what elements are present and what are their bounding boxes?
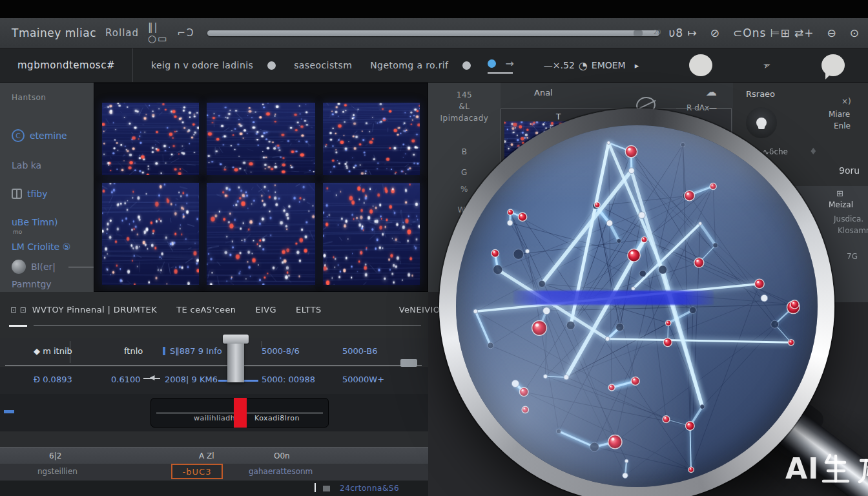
footer-strip: 24crtonna&S6: [0, 480, 428, 496]
row2-cell5: 50000W+: [342, 375, 384, 384]
tool-word[interactable]: Rollad: [105, 27, 139, 39]
slider-segment[interactable]: [634, 30, 643, 36]
sidebar-item-label: etemine: [30, 130, 67, 141]
range-slider[interactable]: wailihliadh Koxadi8lron: [150, 398, 329, 428]
magnifier-lens: [456, 125, 818, 487]
sample-tile[interactable]: [102, 183, 199, 285]
blue-stripe: [513, 291, 714, 305]
menu-bar: mgbmondtemosc# keig n v odore ladinis sa…: [0, 48, 868, 83]
stat-caption-1: ngsteillien: [37, 467, 78, 476]
panel-item-9oru[interactable]: 9oru: [839, 165, 860, 176]
sample-tile[interactable]: [207, 183, 315, 285]
long-arrow-icon: →: [505, 57, 512, 70]
check-circle-icon[interactable]: ⊙: [850, 26, 860, 39]
status-dot-blue: [488, 59, 496, 68]
sidebar-item-etemine[interactable]: C etemine: [12, 129, 67, 142]
sidebar-item-ubetimn[interactable]: uBe Timn): [12, 217, 58, 227]
image-viewer: [94, 83, 428, 292]
meta-label-2: Enle: [834, 121, 851, 130]
zoom-control[interactable]: —×.52 ◔ EMOEM: [544, 59, 626, 72]
console-icon[interactable]: ⊂Ons ⊨⊞ ⇄+: [733, 26, 814, 39]
fader-knob[interactable]: [223, 335, 249, 382]
clipboard-icons[interactable]: ‖|○▭: [148, 21, 168, 45]
footer-note: 24crtonna&S6: [340, 484, 399, 493]
tab-underline: [34, 326, 421, 326]
menu-item-3[interactable]: Ngetomg a ro.rif: [370, 60, 448, 70]
row1-cell3: S‖887 9 Info: [163, 346, 222, 356]
row2-cell1: Đ 0.0893: [34, 375, 72, 384]
footer-square-icon: [323, 486, 330, 491]
title-strip: [0, 0, 868, 18]
stat-2: A Zl: [199, 451, 214, 460]
range-bar-section: wailihliadh Koxadi8lron: [0, 394, 428, 431]
left-sidebar: Hantson C etemine Lab ka tfiby uBe Timn)…: [0, 83, 94, 292]
blue-tick: [163, 347, 165, 355]
sample-tile[interactable]: [323, 103, 420, 175]
tab-drumtek[interactable]: ⊡ ⊡ WVTOY Pinnenal | DRUMTEK: [10, 305, 157, 315]
status-dot-gray-2: [462, 61, 471, 70]
analysis-title: Anal: [534, 88, 553, 98]
range-blue-tick: [4, 410, 14, 413]
squared-dot-icons: ⊡ ⊡: [10, 305, 26, 315]
tab-eivg[interactable]: EIVG: [255, 305, 276, 315]
range-red-marker[interactable]: [234, 398, 247, 428]
timeline-slider[interactable]: 20: [207, 30, 659, 36]
sample-tile[interactable]: [323, 183, 420, 285]
row1-cell1: ◆ m itnib: [34, 346, 72, 356]
menubar-right: ➣: [689, 54, 868, 76]
footer-tick: [315, 483, 316, 492]
panel-item-klosamn[interactable]: Klosamn:: [838, 226, 868, 235]
tab-eltts[interactable]: ELTTS: [296, 305, 322, 315]
user-avatar[interactable]: [689, 54, 712, 76]
table-row: Đ 0.0893 0.6100 2008| 9 KM6 5000: 00988 …: [0, 367, 428, 394]
sidebar-item-pamntgy[interactable]: Pamntgy: [12, 279, 52, 289]
tab-te[interactable]: TE ceAS'ceen: [176, 305, 236, 315]
close-icon[interactable]: ×): [842, 97, 851, 106]
row1-cell2: ftnlo: [124, 346, 143, 356]
buc3-button[interactable]: -bUC3: [171, 464, 223, 479]
app-name[interactable]: mgbmondtemosc#: [0, 48, 133, 82]
sample-tile[interactable]: [207, 103, 315, 175]
network-visualization: [456, 125, 818, 487]
bottom-tabs: ⊡ ⊡ WVTOY Pinnenal | DRUMTEK TE ceAS'cee…: [10, 305, 498, 315]
menu-item-1[interactable]: keig n v odore ladinis: [151, 60, 253, 70]
toolbar-right-icons: υ8 ↦ ⊘ ⊂Ons ⊨⊞ ⇄+ ⊖ ⊙: [668, 26, 860, 39]
range-right-label: Koxadi8lron: [254, 414, 300, 422]
plane-icon: [143, 375, 160, 382]
go-arrow-icon[interactable]: ▸: [635, 61, 639, 70]
sidebar-item-criolite[interactable]: LM Criolite ⑤: [12, 242, 70, 252]
top-toolbar: Tmainey mliac Rollad ‖|○▭ ⌐Ɔ 20 υ8 ↦ ⊘ ⊂…: [0, 18, 868, 48]
stat-caption-3: gahaerattesonm: [249, 467, 313, 476]
sidebar-item-labka[interactable]: Lab ka: [12, 160, 41, 170]
panel-item-jusdica[interactable]: Jusdica.: [834, 214, 863, 223]
row2-cell4: 5000: 00988: [262, 375, 315, 384]
app-window: Tmainey mliac Rollad ‖|○▭ ⌐Ɔ 20 υ8 ↦ ⊘ ⊂…: [0, 0, 868, 496]
row1-cell4: 5000-8/6: [262, 346, 300, 356]
sample-tile[interactable]: [102, 103, 199, 175]
watermark-latin: AI: [785, 452, 819, 485]
boxed-plus-icon[interactable]: ⊞: [836, 189, 843, 198]
zoom-label: —×.52: [544, 60, 575, 70]
menu-item-2[interactable]: saseocistsm: [294, 60, 352, 70]
globe-icon[interactable]: ⊘: [710, 26, 720, 39]
clock-icon: ◔: [579, 59, 588, 72]
pointer-icon[interactable]: ➣: [761, 58, 773, 72]
right-panel-title: Rsraeo: [746, 89, 775, 99]
active-mode-group[interactable]: →: [488, 57, 512, 74]
sidebar-item-label: Lab ka: [12, 160, 41, 170]
sphere-icon: [12, 260, 26, 274]
sidebar-item-label: LM Criolite ⑤: [12, 242, 70, 252]
redo-icon[interactable]: ⌐Ɔ: [177, 27, 194, 39]
cloud-icon[interactable]: ☁: [706, 85, 717, 98]
scroll-thumb[interactable]: [400, 359, 417, 367]
chat-bubble-icon[interactable]: [822, 54, 845, 76]
sidebar-item-label: uBe Timn): [12, 217, 58, 227]
minus-circle-icon[interactable]: ⊖: [827, 26, 837, 39]
tab-label: WVTOY Pinnenal | DRUMTEK: [32, 305, 157, 315]
sidebar-item-tfiby[interactable]: tfiby: [12, 189, 47, 199]
sidebar-item-bler[interactable]: Bl(er|: [12, 260, 56, 274]
stat-3: O0n: [274, 451, 290, 460]
mode-label: EMOEM: [592, 60, 626, 70]
user-swap-icon[interactable]: υ8 ↦: [668, 26, 697, 39]
sidebar-item-label: Bl(er|: [31, 262, 56, 272]
